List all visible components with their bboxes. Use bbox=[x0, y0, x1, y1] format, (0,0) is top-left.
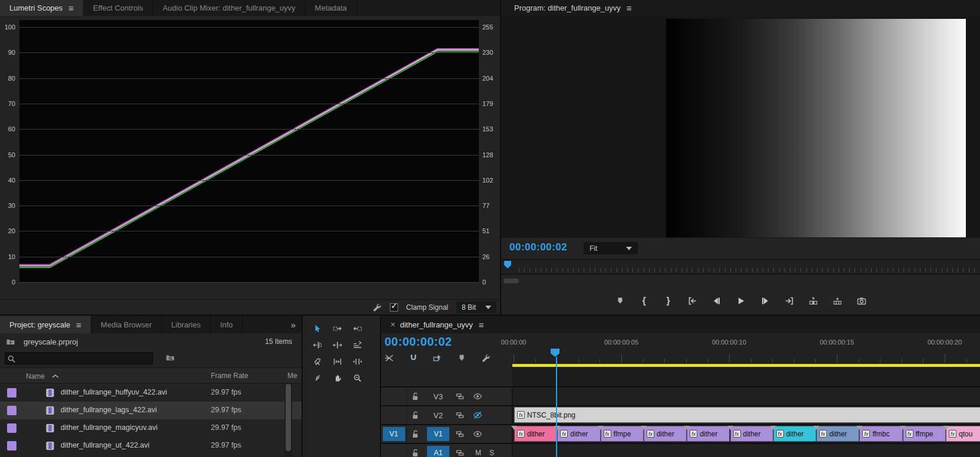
tool-track-select-backward[interactable] bbox=[347, 320, 368, 337]
label-color-chip[interactable] bbox=[7, 388, 16, 398]
clamp-signal-checkbox[interactable] bbox=[390, 303, 398, 312]
timeline-settings-button[interactable] bbox=[481, 353, 491, 365]
source-patch-cell[interactable]: V1 bbox=[381, 425, 407, 443]
scrollbar-thumb[interactable] bbox=[286, 384, 291, 451]
tool-slide[interactable] bbox=[347, 353, 368, 370]
timeline-clip[interactable]: fxffmbc bbox=[859, 426, 902, 442]
sequence-tab[interactable]: dither_fullrange_uyvy bbox=[381, 316, 494, 333]
folder-up-icon[interactable] bbox=[6, 337, 15, 346]
search-in-bin-icon[interactable] bbox=[165, 353, 175, 362]
transport-step-forward-button[interactable] bbox=[759, 295, 771, 307]
track-lane-v1[interactable]: fxditherfxditherfxffmpefxditherfxditherf… bbox=[513, 425, 980, 443]
tool-hand[interactable] bbox=[327, 370, 347, 386]
timeline-clip[interactable]: fxffmpe bbox=[601, 426, 644, 442]
panel-menu-icon[interactable] bbox=[68, 3, 74, 13]
tool-ripple-edit[interactable] bbox=[307, 337, 327, 353]
playhead-line[interactable] bbox=[556, 357, 557, 457]
transport-extract-button[interactable] bbox=[832, 295, 843, 307]
sync-lock-icon[interactable] bbox=[453, 392, 467, 401]
timeline-clip[interactable]: fxqtou bbox=[946, 426, 980, 442]
folder-up-icon[interactable] bbox=[6, 337, 15, 346]
bit-depth-dropdown[interactable]: 8 Bit bbox=[456, 302, 496, 313]
close-icon[interactable] bbox=[390, 320, 395, 329]
track-lock-icon[interactable] bbox=[408, 448, 422, 457]
program-scrollbar[interactable] bbox=[501, 276, 980, 286]
column-media[interactable]: Me bbox=[287, 372, 297, 380]
project-tab-libraries[interactable]: Libraries bbox=[162, 316, 211, 333]
timeline-clip[interactable]: fxdither bbox=[644, 426, 687, 442]
timeline-clip[interactable]: fxffmpe bbox=[903, 426, 946, 442]
track-lane-v2[interactable]: fxNTSC_8bit.png bbox=[513, 406, 980, 424]
track-name-v3[interactable]: V3 bbox=[427, 392, 449, 401]
tool-razor[interactable] bbox=[307, 353, 327, 370]
scrollbar-thumb[interactable] bbox=[504, 279, 519, 283]
program-mini-timeline[interactable] bbox=[501, 259, 980, 274]
column-frame-rate[interactable]: Frame Rate bbox=[211, 372, 248, 380]
track-visibility-icon[interactable] bbox=[471, 410, 485, 420]
project-tab-info[interactable]: Info bbox=[211, 316, 243, 333]
program-timecode[interactable]: 00:00:00:02 bbox=[509, 241, 567, 253]
transport-go-to-out-button[interactable] bbox=[783, 295, 795, 307]
track-lock-icon[interactable] bbox=[408, 392, 422, 401]
track-visibility-icon[interactable] bbox=[471, 392, 485, 401]
transport-step-back-button[interactable] bbox=[711, 295, 723, 307]
scopes-tab-audio-clip-mixer-dither-fullrange-uyvy[interactable]: Audio Clip Mixer: dither_fullrange_uyvy bbox=[153, 0, 305, 16]
transport-export-frame-button[interactable] bbox=[856, 295, 868, 307]
track-lock-icon[interactable] bbox=[408, 410, 422, 420]
transport-lift-button[interactable] bbox=[807, 295, 819, 307]
panel-overflow-button[interactable]: » bbox=[285, 316, 302, 333]
timeline-add-marker-button[interactable] bbox=[457, 353, 466, 365]
timeline-nest-button[interactable] bbox=[385, 353, 394, 365]
project-row[interactable]: dither_fullrange_magicyuv.avi29.97 fps bbox=[0, 419, 302, 437]
tool-rolling-edit[interactable] bbox=[327, 337, 347, 353]
timeline-clip[interactable]: fxdither bbox=[687, 426, 730, 442]
waveform-scope[interactable] bbox=[19, 20, 479, 283]
scopes-tab-metadata[interactable]: Metadata bbox=[306, 0, 357, 16]
source-patch-cell[interactable] bbox=[381, 406, 407, 424]
scope-settings-wrench-icon[interactable] bbox=[372, 303, 382, 312]
tool-selection[interactable] bbox=[307, 320, 327, 337]
timeline-clip[interactable]: fxdither bbox=[816, 426, 859, 442]
tool-track-select-forward[interactable] bbox=[327, 320, 347, 337]
program-title-bar[interactable]: Program: dither_fullrange_uyvy bbox=[501, 0, 980, 16]
panel-menu-icon[interactable] bbox=[76, 320, 81, 330]
track-target-v1[interactable]: V1 bbox=[427, 427, 449, 441]
tool-zoom[interactable] bbox=[347, 370, 368, 386]
mute-button[interactable]: M bbox=[475, 449, 481, 457]
sync-lock-icon[interactable] bbox=[453, 410, 467, 420]
project-row[interactable]: dither_fullrange_ut_422.avi29.97 fps bbox=[0, 437, 302, 455]
panel-menu-icon[interactable] bbox=[627, 3, 632, 13]
transport-play-button[interactable] bbox=[735, 295, 747, 307]
timeline-clip-still[interactable]: fxNTSC_8bit.png bbox=[514, 407, 980, 423]
project-scrollbar[interactable] bbox=[284, 384, 292, 457]
panel-menu-icon[interactable] bbox=[479, 320, 484, 330]
track-lock-icon[interactable] bbox=[408, 429, 422, 439]
playhead-head[interactable] bbox=[551, 349, 561, 357]
timeline-clip[interactable]: fxdither bbox=[557, 426, 600, 442]
scope-settings-wrench-icon[interactable] bbox=[372, 303, 382, 312]
search-in-bin-icon[interactable] bbox=[165, 353, 175, 362]
tool-pen[interactable] bbox=[307, 370, 327, 386]
tool-rate-stretch[interactable] bbox=[347, 337, 368, 353]
transport-go-to-in-button[interactable] bbox=[687, 295, 698, 307]
timeline-timecode[interactable]: 00:00:00:02 bbox=[385, 335, 452, 349]
timeline-clip[interactable]: fxdither bbox=[773, 426, 816, 442]
track-lane-a1[interactable] bbox=[513, 444, 980, 457]
sync-lock-icon[interactable] bbox=[453, 448, 467, 457]
timeline-ruler[interactable]: 00:00:0000:00:00:0500:00:00:1000:00:00:1… bbox=[512, 333, 980, 364]
scopes-tab-effect-controls[interactable]: Effect Controls bbox=[84, 0, 153, 16]
mini-playhead[interactable] bbox=[504, 261, 512, 272]
column-name[interactable]: Name bbox=[26, 372, 60, 381]
project-tab-media-browser[interactable]: Media Browser bbox=[91, 316, 162, 333]
track-lane-v3[interactable] bbox=[513, 388, 980, 405]
sync-lock-icon[interactable] bbox=[453, 429, 467, 439]
transport-mark-out-button[interactable]: } bbox=[663, 295, 674, 307]
transport-mark-in-button[interactable]: { bbox=[638, 295, 650, 307]
transport-marker-button[interactable] bbox=[614, 295, 626, 307]
source-patch-cell[interactable] bbox=[381, 444, 407, 457]
zoom-level-dropdown[interactable]: Fit bbox=[584, 242, 638, 254]
search-input[interactable] bbox=[5, 352, 153, 365]
source-patch-cell[interactable] bbox=[381, 388, 407, 405]
source-patch-v1[interactable]: V1 bbox=[383, 427, 405, 441]
label-color-chip[interactable] bbox=[7, 423, 16, 433]
